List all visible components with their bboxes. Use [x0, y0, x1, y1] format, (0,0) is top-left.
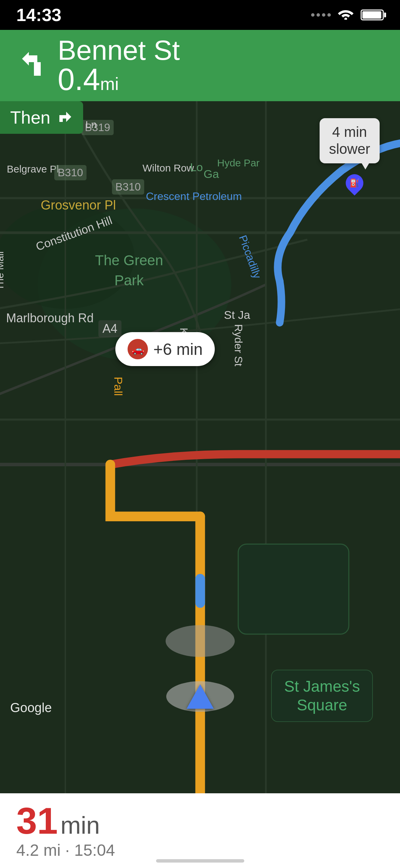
distance-number: 0.4: [58, 62, 100, 96]
distance: 0.4mi: [58, 64, 386, 95]
bottom-panel: 31 min 4.2 mi · 15:04: [0, 793, 400, 868]
slower-text: 4 min slower: [329, 124, 370, 158]
eta-details: 4.2 mi · 15:04: [16, 841, 115, 860]
google-watermark: Google: [10, 701, 52, 715]
position-oval: [166, 681, 234, 712]
then-label: Then: [10, 107, 51, 128]
then-instruction: Then: [0, 101, 83, 134]
svg-point-0: [344, 18, 347, 20]
svg-point-3: [0, 205, 134, 309]
navigation-arrow: [166, 681, 234, 712]
nav-header: Bennet St 0.4mi: [0, 30, 400, 101]
then-turn-icon: [56, 108, 73, 127]
wifi-icon: [338, 7, 354, 23]
status-icons: [311, 7, 384, 23]
svg-rect-11: [238, 544, 349, 634]
svg-point-12: [166, 625, 235, 657]
fuel-station-marker[interactable]: ⛽: [346, 174, 366, 198]
traffic-delay-bubble[interactable]: 🚗 +6 min: [115, 332, 215, 366]
eta-info: 31 min 4.2 mi · 15:04: [16, 802, 115, 860]
delay-text: +6 min: [153, 340, 203, 359]
street-name: Bennet St: [58, 36, 386, 64]
st-james-text: St James's Square: [284, 677, 360, 715]
st-james-label: St James's Square: [271, 670, 373, 722]
status-time: 14:33: [16, 5, 61, 25]
turn-arrow-icon: [14, 47, 51, 84]
battery-icon: [361, 10, 384, 20]
nav-info: Bennet St 0.4mi: [51, 36, 386, 95]
car-icon: 🚗: [128, 339, 148, 359]
slower-route-bubble[interactable]: 4 min slower: [320, 118, 380, 163]
fuel-pin-icon: ⛽: [342, 170, 367, 196]
eta-arrival: 15:04: [74, 841, 115, 859]
signal-icon: [311, 13, 331, 17]
home-indicator[interactable]: [156, 859, 244, 863]
map-area[interactable]: 4 min slower 🚗 +6 min Belgrave Pl B310 B…: [0, 101, 400, 793]
status-bar: 14:33: [0, 0, 400, 30]
distance-unit: mi: [100, 74, 119, 94]
eta-separator: ·: [65, 841, 74, 859]
direction-arrow: [187, 684, 214, 709]
eta-row: 31 min: [16, 802, 115, 839]
eta-distance: 4.2 mi: [16, 841, 61, 859]
